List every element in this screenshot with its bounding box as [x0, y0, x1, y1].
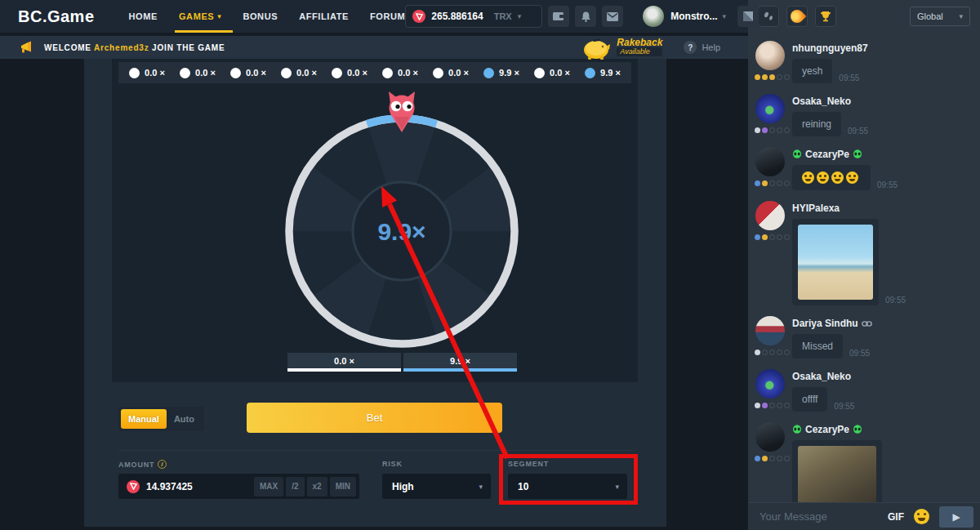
chat-timestamp: 09:55 [834, 402, 854, 412]
medal-icon [762, 350, 768, 355]
max-button[interactable]: MAX [254, 477, 283, 497]
result-tab-win[interactable]: 9.9 × [403, 353, 517, 372]
rakeback-widget[interactable]: Rakeback Available [581, 35, 662, 60]
avatar[interactable] [755, 422, 785, 452]
chat-username[interactable]: nhungnguyen87 [792, 42, 972, 54]
chat-username[interactable]: CezaryPe [792, 149, 972, 160]
chat-bubble-image[interactable] [792, 219, 879, 305]
chat-username[interactable]: Dariya Sindhu [792, 318, 972, 329]
contest-button[interactable] [815, 6, 836, 27]
notifications-button[interactable] [575, 6, 596, 27]
emoji-button[interactable] [914, 509, 929, 524]
medal-icon [769, 403, 775, 408]
message-input[interactable]: Your Message [760, 510, 888, 523]
medal-icon [784, 234, 790, 240]
chevron-down-icon: ▾ [518, 12, 522, 20]
chat-username[interactable]: Osaka_Neko [792, 371, 972, 382]
gif-button[interactable]: GIF [888, 511, 904, 523]
medal-icon [784, 74, 790, 80]
auto-mode-button[interactable]: Auto [167, 409, 202, 429]
chat-username[interactable]: HYIPalexa [792, 203, 972, 214]
chat-bubble-image[interactable] [792, 440, 882, 502]
medals-row [755, 234, 792, 240]
chevron-down-icon: ▾ [959, 12, 963, 20]
history-item[interactable]: 0.0 × [230, 68, 266, 78]
result-tab-lose[interactable]: 0.0 × [287, 353, 401, 372]
avatar[interactable] [755, 41, 785, 70]
double-button[interactable]: x2 [307, 477, 327, 497]
medal-icon [762, 74, 768, 80]
user-name[interactable]: Monstro... [670, 11, 717, 22]
multiplier-label: 0.0 × [145, 68, 165, 78]
chat-username[interactable]: CezaryPe [792, 424, 972, 435]
chat-message: Osaka_Neko reining 09:55 [755, 94, 972, 136]
chat-message: Osaka_Neko offff 09:55 [755, 369, 972, 412]
cat-gif-image[interactable] [798, 446, 876, 502]
nav-bonus[interactable]: BONUS [243, 0, 278, 33]
manual-mode-button[interactable]: Manual [121, 409, 167, 429]
balance-selector[interactable]: 265.886164 TRX ▾ [405, 5, 542, 28]
segment-select[interactable]: 10 ▾ [508, 474, 627, 499]
brand-title[interactable]: BC.Game [18, 7, 95, 26]
medal-icon [777, 350, 782, 355]
history-item[interactable]: 0.0 × [281, 68, 317, 78]
multiplier-label: 0.0 × [347, 68, 368, 78]
help-label: Help [702, 42, 720, 52]
chat-bubble: reining [792, 112, 841, 136]
avatar[interactable] [755, 94, 785, 123]
avatar[interactable] [755, 369, 785, 399]
risk-label: RISK [382, 460, 403, 468]
history-item[interactable]: 9.9 × [585, 68, 621, 78]
chat-message-list[interactable]: nhungnguyen87 yesh 09:55 Osaka_Neko rein… [748, 34, 980, 502]
expand-icon [742, 11, 754, 22]
messages-button[interactable] [602, 6, 623, 27]
wallet-button[interactable] [548, 6, 569, 27]
medal-icon [762, 180, 768, 186]
nav-games[interactable]: GAMES▾ [179, 0, 221, 33]
history-item[interactable]: 0.0 × [129, 68, 165, 78]
history-item[interactable]: 0.0 × [433, 68, 469, 78]
history-item[interactable]: 0.0 × [382, 68, 418, 78]
avatar[interactable] [755, 316, 785, 345]
info-icon[interactable]: i [158, 460, 167, 469]
chat-username[interactable]: Osaka_Neko [792, 96, 972, 107]
history-item[interactable]: 0.0 × [534, 68, 570, 78]
avatar[interactable] [755, 201, 785, 230]
half-button[interactable]: /2 [286, 477, 304, 497]
history-item[interactable]: 0.0 × [332, 68, 368, 78]
chevron-down-icon[interactable]: ▾ [723, 12, 727, 20]
medal-icon [784, 350, 790, 355]
medal-icon [769, 456, 775, 461]
medal-icon [769, 74, 775, 80]
medal-icon [777, 180, 782, 186]
megaphone-icon [20, 41, 34, 54]
nav-forum[interactable]: FORUM [370, 0, 405, 33]
welcome-message: WELCOME Archemed3z JOIN THE GAME [44, 43, 225, 52]
history-item[interactable]: 9.9 × [483, 68, 519, 78]
multiplier-dot-icon [483, 68, 494, 78]
multiplier-dot-icon [585, 68, 595, 78]
chat-bubble-emoji [792, 165, 871, 190]
fullscreen-button[interactable] [737, 6, 759, 27]
chat-channel-select[interactable]: Global ▾ [910, 7, 970, 26]
chat-bubble: offff [792, 387, 827, 412]
min-button[interactable]: MIN [330, 477, 356, 497]
alien-icon [853, 425, 862, 434]
risk-select[interactable]: High ▾ [382, 474, 491, 499]
beach-photo-image[interactable] [798, 225, 873, 300]
fireball-button[interactable] [786, 6, 808, 27]
avatar[interactable] [755, 147, 785, 176]
amount-value[interactable]: 14.937425 [146, 481, 252, 492]
history-item[interactable]: 0.0 × [180, 68, 216, 78]
rain-button[interactable] [758, 6, 779, 27]
medal-icon [777, 127, 782, 133]
nav-affiliate[interactable]: AFFILIATE [299, 0, 349, 33]
amount-input[interactable]: 14.937425 MAX /2 x2 MIN [118, 474, 359, 499]
multiplier-history-bar: 0.0 × 0.0 × 0.0 × 0.0 × 0.0 × 0.0 × 0.0 … [118, 62, 631, 83]
user-avatar[interactable] [643, 6, 664, 27]
help-button[interactable]: ? Help [684, 41, 720, 54]
medals-row [755, 403, 792, 408]
bet-button[interactable]: Bet [247, 403, 502, 433]
nav-home[interactable]: HOME [129, 0, 158, 33]
send-button[interactable]: ▶ [939, 506, 973, 528]
